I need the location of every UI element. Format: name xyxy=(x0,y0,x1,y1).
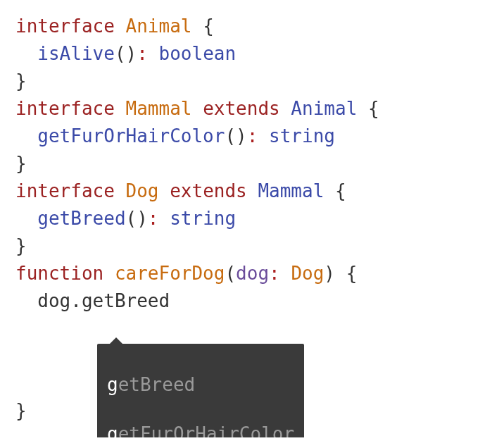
type-animal-ref: Animal xyxy=(291,98,357,119)
paren-open: ( xyxy=(115,43,126,64)
brace-close: } xyxy=(15,235,27,256)
type-mammal-ref: Mammal xyxy=(258,180,324,201)
type-dog: Dog xyxy=(126,180,159,201)
autocomplete-match: g xyxy=(107,423,118,437)
brace-close: } xyxy=(15,400,27,421)
type-animal: Animal xyxy=(126,15,192,37)
paren-close: ) xyxy=(137,208,148,229)
keyword-extends: extends xyxy=(203,98,280,119)
brace-close: } xyxy=(15,70,27,92)
return-string: string xyxy=(170,208,236,229)
paren-close: ) xyxy=(236,125,247,147)
paren-open: ( xyxy=(225,263,236,284)
method-getfurorhaircolor: getFurOrHairColor xyxy=(37,125,225,147)
brace-close: } xyxy=(15,153,27,174)
colon: : xyxy=(247,125,258,147)
colon: : xyxy=(269,263,291,284)
colon: : xyxy=(137,43,148,64)
method-getbreed: getBreed xyxy=(37,208,125,229)
paren-open: ( xyxy=(126,208,137,229)
function-carefordog: careForDog xyxy=(115,263,225,284)
return-boolean: boolean xyxy=(159,43,237,64)
param-dog: dog xyxy=(236,263,269,284)
brace-open: { xyxy=(335,180,346,201)
return-string: string xyxy=(269,125,335,147)
autocomplete-rest: etBreed xyxy=(118,374,196,395)
autocomplete-item[interactable]: getBreed xyxy=(107,373,294,397)
code-block: interface Animal { isAlive(): boolean } … xyxy=(15,13,489,425)
method-isalive: isAlive xyxy=(37,43,115,64)
call-object: dog xyxy=(37,290,70,311)
autocomplete-popup[interactable]: getBreed getFurOrHairColor xyxy=(97,344,304,437)
keyword-extends: extends xyxy=(170,180,247,201)
autocomplete-item[interactable]: getFurOrHairColor xyxy=(107,422,294,437)
paren-close: ) xyxy=(126,43,137,64)
call-dot: . xyxy=(70,290,82,311)
type-mammal: Mammal xyxy=(126,98,192,119)
brace-open: { xyxy=(346,263,358,284)
brace-open: { xyxy=(368,98,379,119)
paren-close: ) xyxy=(324,263,335,284)
autocomplete-rest: etFurOrHairColor xyxy=(118,423,294,437)
keyword-interface: interface xyxy=(15,98,115,119)
keyword-interface: interface xyxy=(15,180,115,201)
type-dog-ref: Dog xyxy=(291,263,324,284)
brace-open: { xyxy=(203,15,214,37)
call-member: getBreed xyxy=(82,290,170,311)
paren-open: ( xyxy=(225,125,236,147)
keyword-function: function xyxy=(15,263,103,284)
keyword-interface: interface xyxy=(15,15,115,37)
autocomplete-match: g xyxy=(107,374,118,395)
colon: : xyxy=(148,208,159,229)
